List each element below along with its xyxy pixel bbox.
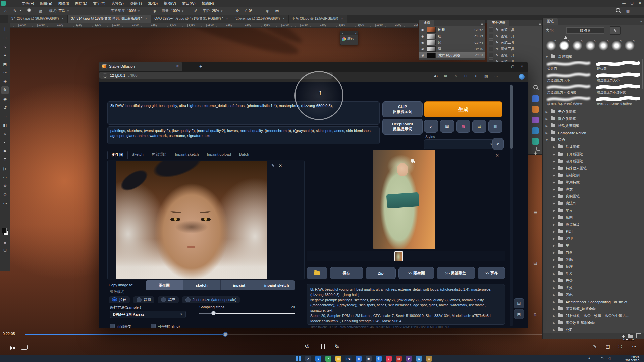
visibility-eye-icon[interactable]: ◉ — [421, 54, 425, 57]
brush-preset-icon[interactable]: ✎ — [12, 8, 17, 13]
brush-folder-row[interactable]: ▶星云 — [543, 207, 644, 214]
menu-窗口(W)[interactable]: 窗口(W) — [179, 0, 199, 7]
copy-to-sketch-button[interactable]: sketch — [183, 280, 221, 290]
copy-to-图生图-button[interactable]: 图生图 — [146, 280, 183, 290]
tab-close-icon[interactable]: ✕ — [176, 64, 179, 68]
fullscreen-icon[interactable]: ⛶ — [619, 344, 622, 349]
chevron-icon[interactable]: ▶ — [553, 188, 555, 191]
brushes-tab[interactable]: 画笔 — [543, 18, 558, 25]
chevron-icon[interactable]: ▶ — [553, 237, 555, 240]
channel-row[interactable]: ◉背景 拷贝 蒙版Ctrl+\ — [419, 52, 485, 58]
output-button[interactable]: >> 图生图 — [398, 267, 434, 279]
tab-Batch[interactable]: Batch — [235, 150, 253, 159]
document-tab[interactable]: QAQ 2923+生发.jpg @ 471%(背景, RGB/8#) *✕ — [151, 15, 232, 23]
chevron-icon[interactable]: ▶ — [553, 145, 555, 149]
foreground-color-swatch[interactable] — [2, 228, 7, 233]
brush-folder-row[interactable]: ▶Alectorfencer_Speedpainting_BrushSet — [543, 298, 644, 305]
brush-folder-row[interactable]: ▶特殊效果画笔 — [543, 165, 644, 172]
brush-preset-dot[interactable] — [611, 41, 622, 51]
lasso-tool[interactable]: ∿ — [1, 43, 9, 50]
document-tab[interactable]: 中酌 (3).jpg @ 12.5%(RGB/8#)✕ — [289, 15, 347, 23]
smoothing-gear-icon[interactable]: ⚙ — [235, 8, 240, 13]
tab-close-icon[interactable]: ✕ — [282, 17, 285, 20]
page-tool-button-top[interactable]: ▣ — [514, 309, 524, 319]
add-panel-icon[interactable]: ✚ — [532, 149, 539, 156]
chevron-icon[interactable]: ▶ — [553, 160, 555, 163]
collections-icon[interactable]: ⊟ — [464, 74, 467, 78]
resize-option[interactable]: 填充 — [158, 296, 179, 303]
brush-size-slider[interactable] — [546, 38, 610, 38]
progress-knob[interactable] — [223, 332, 228, 337]
brush-group-row[interactable]: ▼常规画笔 — [543, 53, 644, 60]
brush-folder-row[interactable]: ▶21种炼铁、冰雪、铁器、冰雪的中国古代武器笔刷素材 — [543, 312, 644, 319]
history-state-row[interactable]: ✎画笔工具 — [487, 46, 543, 52]
chevron-icon[interactable]: ▼ — [545, 138, 548, 142]
tab-局部重绘[interactable]: 局部重绘 — [148, 150, 171, 159]
brush-size-slider-thumb[interactable] — [564, 36, 567, 39]
resize-option[interactable]: 拉伸 — [109, 296, 130, 303]
brush-stroke-hard[interactable]: 硬边圆压力大小 — [596, 72, 643, 83]
quick-mask-icon[interactable]: ◙ — [1, 239, 9, 247]
menu-图层(L)[interactable]: 图层(L) — [72, 0, 90, 7]
forward-30-icon[interactable]: ↻30 — [335, 343, 339, 349]
taskbar-music[interactable]: ♪ — [386, 356, 392, 362]
brush-stroke-soft[interactable]: 柔边圆压力不透明度 — [546, 84, 593, 95]
browser-maximize-button[interactable]: ▢ — [508, 63, 517, 70]
panel-icon-purple[interactable] — [532, 117, 539, 123]
channel-row[interactable]: ◉蓝Ctrl+5 — [419, 46, 485, 52]
extensions-icon[interactable]: ▧ — [484, 74, 488, 78]
eraser-tool[interactable]: ▱ — [1, 113, 9, 120]
clipboard-icon[interactable]: ▤ — [472, 120, 486, 133]
smoothing-control[interactable]: 平滑:28%▼ — [203, 7, 223, 15]
ps-minimize-button[interactable]: — — [620, 0, 628, 7]
copy-to-inpaint sketch-button[interactable]: inpaint sketch — [258, 280, 295, 290]
tab-close-icon[interactable]: ✕ — [145, 17, 148, 20]
collapse-icon[interactable]: » — [341, 32, 343, 35]
pause-button[interactable] — [320, 344, 326, 350]
brush-folder-row[interactable]: ▶Composite Notion — [543, 129, 644, 136]
clear-image-icon[interactable]: ✕ — [279, 163, 282, 168]
menu-滤镜(T)[interactable]: 滤镜(T) — [127, 0, 145, 7]
read-aloud-icon[interactable]: A) — [434, 74, 438, 78]
open-folder-button[interactable] — [307, 267, 327, 279]
brush-preset-dot[interactable] — [572, 41, 582, 51]
chevron-icon[interactable]: ▶ — [553, 307, 555, 311]
shape-tool[interactable]: ▭ — [1, 174, 9, 181]
edit-image-icon[interactable]: ✎ — [271, 163, 275, 168]
blur-tool[interactable]: ○ — [1, 130, 9, 137]
taskbar-app-purple[interactable]: P — [406, 356, 412, 362]
paste-generation-icon[interactable]: ↙ — [424, 120, 438, 133]
history-state-row[interactable]: ✎画笔工具 — [487, 26, 543, 33]
brush-folder-row[interactable]: ▶闪电 — [543, 291, 644, 298]
eyedropper-tool[interactable]: ✑ — [1, 69, 9, 76]
reload-icon[interactable]: ↻ — [115, 74, 118, 79]
chevron-icon[interactable]: ▶ — [553, 321, 555, 325]
copilot-icon[interactable]: ✦ — [474, 74, 477, 78]
edit-toolbar[interactable]: ⋯ — [1, 200, 9, 207]
resize-option[interactable]: Just resize (latent upscale) — [182, 296, 240, 303]
airbrush-icon[interactable]: ✐ — [193, 8, 198, 13]
channel-row[interactable]: ◉绿Ctrl+4 — [419, 39, 485, 46]
pip-icon[interactable]: ◳ — [606, 344, 610, 349]
taskbar-app-blue[interactable]: ≋ — [356, 356, 362, 362]
channel-row[interactable]: ◉红Ctrl+3 — [419, 33, 485, 39]
back-arrow-icon[interactable]: ← — [9, 0, 13, 7]
chevron-icon[interactable]: ▶ — [553, 153, 555, 156]
chevron-icon[interactable]: ▶ — [545, 117, 548, 121]
chevron-icon[interactable]: ▶ — [553, 244, 555, 247]
new-tab-button[interactable]: + — [199, 64, 202, 69]
brush-stroke-soft[interactable]: 柔边圆压力大小 — [546, 72, 593, 83]
symmetry-icon[interactable]: ⋈ — [274, 8, 280, 13]
close-icon[interactable]: ✕ — [355, 32, 357, 35]
chevron-down-icon[interactable]: ▼ — [18, 8, 23, 13]
brush-size-value[interactable]: 83 像素 — [566, 27, 604, 34]
output-button[interactable]: >> 局部重绘 — [437, 267, 475, 279]
resize-option[interactable]: 裁剪 — [133, 296, 154, 303]
browser-tab[interactable]: Stable Diffusion ✕ — [99, 62, 182, 71]
hand-tool[interactable]: ✥ — [1, 182, 9, 190]
brush-preset-dot[interactable] — [559, 41, 569, 51]
panel-menu-icon[interactable]: ≡ — [638, 20, 644, 25]
tab-close-icon[interactable]: ✕ — [341, 17, 343, 20]
more-menu-icon[interactable]: ⋯ — [494, 74, 498, 78]
brush-folder-row[interactable]: ▶斑点底纹 — [543, 221, 644, 228]
